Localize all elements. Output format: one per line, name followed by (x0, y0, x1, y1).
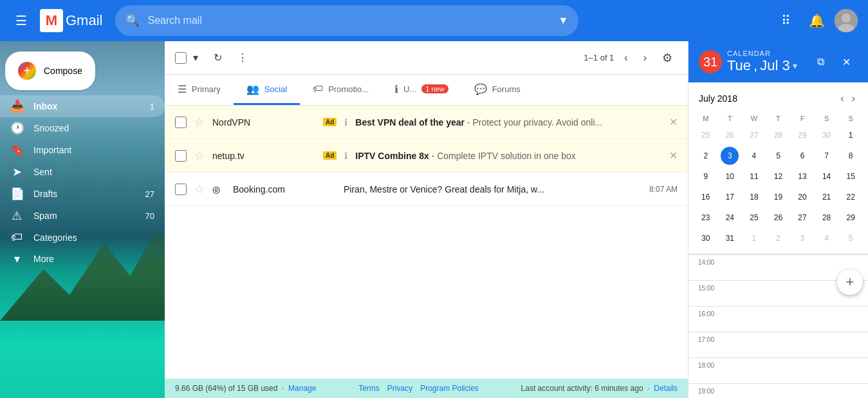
sidebar-item-sent[interactable]: ➤ Sent (0, 161, 165, 183)
calendar-day-cell[interactable]: 5 (766, 146, 791, 166)
search-bar[interactable]: 🔍 ▼ (115, 5, 578, 36)
tab-primary[interactable]: ☰ Primary (165, 75, 234, 105)
email-row[interactable]: ☆ netup.tv Ad ℹ IPTV Combine 8x - Comple… (165, 139, 688, 173)
calendar-day-cell[interactable]: 19 (766, 187, 791, 207)
calendar-day-cell[interactable]: 4 (815, 228, 839, 249)
calendar-day-cell[interactable]: 22 (838, 187, 863, 207)
close-btn-nord[interactable]: ✕ (669, 116, 678, 128)
select-all-checkbox[interactable] (175, 52, 187, 64)
email-checkbox-netup[interactable] (175, 150, 187, 162)
calendar-day-cell[interactable]: 25 (742, 207, 766, 228)
calendar-day-cell[interactable]: 23 (694, 207, 718, 228)
calendar-day-cell[interactable]: 28 (815, 207, 839, 228)
avatar[interactable] (835, 9, 858, 32)
calendar-next-month-btn[interactable]: › (849, 90, 858, 107)
tab-social[interactable]: 👥 Social (234, 75, 300, 105)
calendar-day-cell[interactable]: 3 (790, 228, 815, 249)
calendar-day-cell[interactable]: 12 (766, 166, 791, 187)
calendar-day-cell[interactable]: 11 (742, 166, 766, 187)
calendar-day-cell[interactable]: 13 (790, 166, 815, 187)
notifications-icon[interactable]: 🔔 (804, 8, 829, 33)
calendar-close-btn[interactable]: ✕ (835, 50, 858, 73)
email-row[interactable]: ☆ NordVPN Ad ℹ Best VPN deal of the year… (165, 106, 688, 139)
search-dropdown-arrow[interactable]: ▼ (559, 15, 569, 26)
calendar-day-cell[interactable]: 3 (718, 146, 743, 166)
calendar-external-link-btn[interactable]: ⧉ (809, 50, 832, 73)
calendar-day-cell[interactable]: 8 (838, 146, 863, 166)
sidebar-item-more[interactable]: ▾ More (0, 248, 165, 270)
time-slot[interactable]: 19:00 (688, 383, 868, 398)
calendar-chevron-icon[interactable]: ▾ (793, 61, 797, 71)
tab-updates[interactable]: ℹ U... 1 new (382, 75, 461, 105)
calendar-day-cell[interactable]: 29 (790, 125, 815, 146)
sidebar-item-drafts[interactable]: 📄 Drafts 27 (0, 183, 165, 205)
calendar-day-cell[interactable]: 30 (815, 125, 839, 146)
email-star-nord[interactable]: ☆ (194, 115, 205, 129)
time-slot[interactable]: 16:00 (688, 306, 868, 332)
more-options-btn[interactable]: ⋮ (232, 48, 253, 68)
info-icon-netup[interactable]: ℹ (344, 151, 347, 161)
email-checkbox-nord[interactable] (175, 117, 187, 128)
calendar-day-cell[interactable]: 16 (694, 187, 718, 207)
select-dropdown-btn[interactable]: ▾ (188, 48, 203, 68)
calendar-day-cell[interactable]: 15 (838, 166, 863, 187)
add-calendar-btn[interactable]: + (837, 269, 863, 295)
calendar-day-cell[interactable]: 4 (742, 146, 766, 166)
calendar-date-badge[interactable]: 31 (699, 50, 722, 73)
time-slot[interactable]: 17:00 (688, 332, 868, 357)
calendar-day-cell[interactable]: 27 (742, 125, 766, 146)
sidebar-item-categories[interactable]: 🏷 Categories (0, 227, 165, 248)
calendar-day-cell[interactable]: 1 (742, 228, 766, 249)
sidebar-item-spam[interactable]: ⚠ Spam 70 (0, 205, 165, 227)
calendar-week-row: 23242526272829 (694, 207, 863, 228)
sidebar-item-inbox[interactable]: 📥 Inbox 1 (0, 95, 165, 117)
calendar-day-cell[interactable]: 27 (790, 207, 815, 228)
calendar-prev-month-btn[interactable]: ‹ (838, 90, 846, 107)
calendar-day-cell[interactable]: 7 (815, 146, 839, 166)
calendar-day-cell[interactable]: 9 (694, 166, 718, 187)
search-input[interactable] (147, 15, 550, 26)
calendar-day-cell[interactable]: 5 (838, 228, 863, 249)
calendar-day-cell[interactable]: 2 (766, 228, 791, 249)
calendar-day-cell[interactable]: 29 (838, 207, 863, 228)
calendar-day-cell[interactable]: 1 (838, 125, 863, 146)
calendar-day-cell[interactable]: 14 (815, 166, 839, 187)
tab-forums[interactable]: 💬 Forums (461, 75, 533, 105)
calendar-day-cell[interactable]: 17 (718, 187, 743, 207)
calendar-day-cell[interactable]: 18 (742, 187, 766, 207)
email-row[interactable]: ☆ ◎ Booking.com Piran, Mestre or Venice?… (165, 173, 688, 206)
manage-link[interactable]: Manage (288, 384, 316, 393)
calendar-day-cell[interactable]: 2 (694, 146, 718, 166)
email-star-netup[interactable]: ☆ (194, 149, 205, 163)
calendar-day-cell[interactable]: 21 (815, 187, 839, 207)
prev-page-btn[interactable]: ‹ (619, 48, 633, 68)
program-policies-link[interactable]: Program Policies (420, 384, 479, 393)
sidebar-item-snoozed[interactable]: 🕐 Snoozed (0, 117, 165, 139)
calendar-day-cell[interactable]: 26 (766, 207, 791, 228)
calendar-day-cell[interactable]: 20 (790, 187, 815, 207)
apps-icon[interactable]: ⠿ (773, 8, 799, 33)
tab-promotions[interactable]: 🏷 Promotio... (300, 75, 382, 105)
time-slot[interactable]: 18:00 (688, 357, 868, 383)
calendar-day-cell[interactable]: 30 (694, 228, 718, 249)
email-checkbox-booking[interactable] (175, 184, 187, 195)
settings-btn[interactable]: ⚙ (657, 47, 678, 69)
calendar-day-cell[interactable]: 26 (718, 125, 743, 146)
calendar-day-cell[interactable]: 24 (718, 207, 743, 228)
sidebar-item-important[interactable]: 🔖 Important (0, 139, 165, 161)
next-page-btn[interactable]: › (638, 48, 652, 68)
calendar-day-cell[interactable]: 10 (718, 166, 743, 187)
calendar-day-cell[interactable]: 28 (766, 125, 791, 146)
details-link[interactable]: Details (654, 384, 678, 393)
terms-link[interactable]: Terms (358, 384, 380, 393)
calendar-day-cell[interactable]: 31 (718, 228, 743, 249)
email-star-booking[interactable]: ☆ (194, 182, 205, 196)
close-btn-netup[interactable]: ✕ (669, 149, 678, 162)
compose-button[interactable]: + Compose (5, 52, 95, 90)
info-icon-nord[interactable]: ℹ (344, 117, 347, 128)
menu-icon[interactable]: ☰ (10, 8, 32, 33)
privacy-link[interactable]: Privacy (387, 384, 412, 393)
refresh-btn[interactable]: ↻ (208, 48, 227, 68)
calendar-day-cell[interactable]: 6 (790, 146, 815, 166)
calendar-day-cell[interactable]: 25 (694, 125, 718, 146)
